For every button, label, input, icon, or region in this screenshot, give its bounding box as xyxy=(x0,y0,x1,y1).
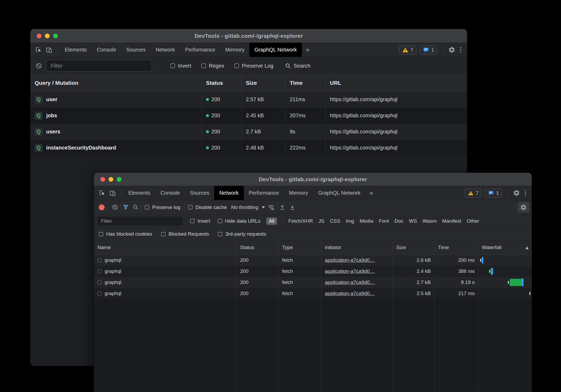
clear-icon[interactable] xyxy=(112,204,118,210)
device-toolbar-icon[interactable] xyxy=(109,190,116,197)
checkbox[interactable] xyxy=(201,63,206,68)
tab-console[interactable]: Console xyxy=(92,43,121,57)
tab-graphql-network[interactable]: GraphQL Network xyxy=(313,186,365,200)
column-header-url[interactable]: URL xyxy=(326,75,467,91)
network-settings-button[interactable] xyxy=(517,202,530,213)
settings-gear-icon[interactable] xyxy=(513,189,520,197)
tab-sources[interactable]: Sources xyxy=(185,186,214,200)
preserve-log-checkbox[interactable]: Preserve log xyxy=(145,204,180,210)
column-header-time[interactable]: Time xyxy=(286,75,326,91)
column-header-time[interactable]: Time xyxy=(434,241,478,254)
regex-checkbox[interactable]: Regex xyxy=(201,63,224,69)
row-checkbox[interactable] xyxy=(97,269,101,273)
tab-memory[interactable]: Memory xyxy=(284,186,313,200)
row-checkbox[interactable] xyxy=(97,292,101,296)
hide-data-urls-checkbox[interactable]: Hide data URLs xyxy=(218,218,260,224)
tab-performance[interactable]: Performance xyxy=(244,186,284,200)
table-row[interactable]: graphql 200 fetch application-a7ca9d0… 2… xyxy=(94,255,532,266)
table-row[interactable]: graphql 200 fetch application-a7ca9d0… 2… xyxy=(94,277,532,288)
column-header-size[interactable]: Size xyxy=(242,75,286,91)
column-header-name[interactable]: Name xyxy=(94,241,237,254)
tab-graphql-network[interactable]: GraphQL Network xyxy=(249,43,302,57)
table-row[interactable]: Quser 200 2.57 kB 211ms https://gitlab.c… xyxy=(30,91,467,108)
messages-badge[interactable]: 1 xyxy=(420,45,437,54)
table-row[interactable]: graphql 200 fetch application-a7ca9d0… 2… xyxy=(94,266,532,277)
zoom-button[interactable] xyxy=(53,34,58,38)
has-blocked-cookies-checkbox[interactable]: Has blocked cookies xyxy=(99,231,152,237)
close-button[interactable] xyxy=(100,177,105,182)
tab-network[interactable]: Network xyxy=(214,186,244,200)
warnings-badge[interactable]: 7 xyxy=(399,45,417,54)
type-chip-media[interactable]: Media xyxy=(360,218,373,224)
table-row[interactable]: Qjobs 200 2.45 kB 207ms https://gitlab.c… xyxy=(30,108,467,124)
column-header-waterfall[interactable]: Waterfall ▲ xyxy=(478,241,532,254)
column-header-size[interactable]: Size xyxy=(393,241,434,254)
settings-gear-icon[interactable] xyxy=(448,46,455,53)
filter-input[interactable] xyxy=(98,217,183,226)
device-toolbar-icon[interactable] xyxy=(46,46,53,53)
initiator-link[interactable]: application-a7ca9d0… xyxy=(325,291,375,296)
clear-icon[interactable] xyxy=(36,63,42,69)
checkbox[interactable] xyxy=(188,205,193,209)
type-chip-js[interactable]: JS xyxy=(319,218,324,224)
checkbox[interactable] xyxy=(190,219,195,223)
column-header-type[interactable]: Type xyxy=(279,241,321,254)
invert-checkbox[interactable]: Invert xyxy=(170,63,191,69)
invert-checkbox[interactable]: Invert xyxy=(190,218,210,224)
close-button[interactable] xyxy=(37,34,41,38)
inspect-element-icon[interactable] xyxy=(35,46,42,53)
initiator-link[interactable]: application-a7ca9d0… xyxy=(325,279,375,285)
tab-network[interactable]: Network xyxy=(151,43,180,57)
type-chip-all[interactable]: All xyxy=(266,217,277,225)
warnings-badge[interactable]: 7 xyxy=(465,189,482,198)
type-chip-wasm[interactable]: Wasm xyxy=(423,218,437,224)
more-tabs-chevron[interactable]: » xyxy=(366,186,377,200)
filter-funnel-icon[interactable] xyxy=(123,204,129,211)
checkbox[interactable] xyxy=(218,219,222,223)
column-header-initiator[interactable]: Initiator xyxy=(321,241,393,254)
table-row[interactable]: graphql 200 fetch application-a7ca9d0… 2… xyxy=(94,288,532,299)
checkbox[interactable] xyxy=(218,232,222,236)
type-chip-ws[interactable]: WS xyxy=(409,218,417,224)
record-network-log-button[interactable] xyxy=(99,204,105,210)
checkbox[interactable] xyxy=(170,63,175,68)
throttling-dropdown[interactable]: No throttling xyxy=(231,204,265,210)
checkbox[interactable] xyxy=(99,232,103,236)
tab-performance[interactable]: Performance xyxy=(180,43,221,57)
zoom-button[interactable] xyxy=(117,177,121,182)
network-conditions-icon[interactable] xyxy=(268,204,275,211)
inspect-element-icon[interactable] xyxy=(99,190,106,197)
type-chip-doc[interactable]: Doc xyxy=(394,218,403,224)
tab-elements[interactable]: Elements xyxy=(123,186,155,200)
column-header-status[interactable]: Status xyxy=(237,241,279,254)
type-chip-manifest[interactable]: Manifest xyxy=(442,218,461,224)
tab-console[interactable]: Console xyxy=(155,186,185,200)
initiator-link[interactable]: application-a7ca9d0… xyxy=(325,268,375,274)
initiator-link[interactable]: application-a7ca9d0… xyxy=(325,257,375,263)
third-party-requests-checkbox[interactable]: 3rd-party requests xyxy=(218,231,266,237)
checkbox[interactable] xyxy=(234,63,239,68)
column-header-query-mutation[interactable]: Query / Mutation xyxy=(30,75,202,91)
type-chip-font[interactable]: Font xyxy=(379,218,389,224)
minimize-button[interactable] xyxy=(45,34,50,38)
blocked-requests-checkbox[interactable]: Blocked Requests xyxy=(161,231,209,237)
row-checkbox[interactable] xyxy=(97,281,101,284)
table-row[interactable]: QinstanceSecurityDashboard 200 2.48 kB 2… xyxy=(30,140,467,156)
disable-cache-checkbox[interactable]: Disable cache xyxy=(188,204,227,210)
type-chip-css[interactable]: CSS xyxy=(330,218,340,224)
column-header-status[interactable]: Status xyxy=(202,75,242,91)
messages-badge[interactable]: 1 xyxy=(485,189,502,198)
kebab-menu-icon[interactable] xyxy=(459,47,463,53)
more-tabs-chevron[interactable]: » xyxy=(302,43,314,57)
tab-memory[interactable]: Memory xyxy=(220,43,249,57)
preserve-log-checkbox[interactable]: Preserve Log xyxy=(234,63,273,69)
filter-input[interactable] xyxy=(46,60,152,72)
search-button[interactable]: Search xyxy=(285,63,310,69)
type-chip-other[interactable]: Other xyxy=(467,218,479,224)
type-chip-img[interactable]: Img xyxy=(346,218,354,224)
export-har-icon[interactable] xyxy=(289,204,296,211)
tab-elements[interactable]: Elements xyxy=(60,43,92,57)
type-chip-fetch-xhr[interactable]: Fetch/XHR xyxy=(288,218,313,224)
checkbox[interactable] xyxy=(145,205,149,209)
search-icon[interactable] xyxy=(133,204,139,210)
